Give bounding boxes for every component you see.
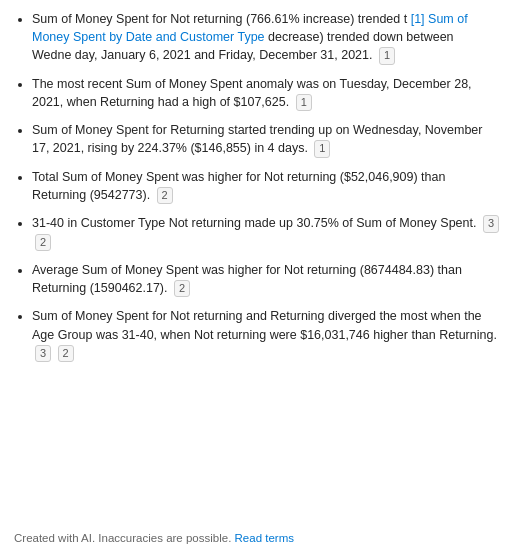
insight-badge: 3 <box>483 215 499 232</box>
insight-badge: 2 <box>58 345 74 362</box>
footer: Created with AI. Inaccuracies are possib… <box>14 526 502 544</box>
insight-badge: 1 <box>314 140 330 157</box>
list-item: Average Sum of Money Spent was higher fo… <box>32 261 502 298</box>
insight-badge: 2 <box>157 187 173 204</box>
insight-badge: 2 <box>35 234 51 251</box>
list-item: The most recent Sum of Money Spent anoma… <box>32 75 502 112</box>
insight-text: Sum of Money Spent for Returning started… <box>32 123 482 155</box>
insight-text: 31-40 in Customer Type Not returning mad… <box>32 216 480 230</box>
insight-badge: 3 <box>35 345 51 362</box>
read-terms-link[interactable]: Read terms <box>235 532 294 544</box>
insight-text-before-link: Sum of Money Spent for Not returning (76… <box>32 12 411 26</box>
insight-badge: 1 <box>379 47 395 64</box>
insight-text: Total Sum of Money Spent was higher for … <box>32 170 445 202</box>
insights-list: Sum of Money Spent for Not returning (76… <box>14 10 502 526</box>
insight-badge: 2 <box>174 280 190 297</box>
list-item: Sum of Money Spent for Not returning and… <box>32 307 502 362</box>
list-item: Total Sum of Money Spent was higher for … <box>32 168 502 205</box>
insight-badge: 1 <box>296 94 312 111</box>
list-item: Sum of Money Spent for Returning started… <box>32 121 502 158</box>
footer-static-text: Created with AI. Inaccuracies are possib… <box>14 532 231 544</box>
list-item: 31-40 in Customer Type Not returning mad… <box>32 214 502 251</box>
insight-text: Sum of Money Spent for Not returning and… <box>32 309 497 341</box>
insight-text: Average Sum of Money Spent was higher fo… <box>32 263 462 295</box>
insight-text: The most recent Sum of Money Spent anoma… <box>32 77 472 109</box>
list-item: Sum of Money Spent for Not returning (76… <box>32 10 502 65</box>
main-container: Sum of Money Spent for Not returning (76… <box>0 0 516 552</box>
